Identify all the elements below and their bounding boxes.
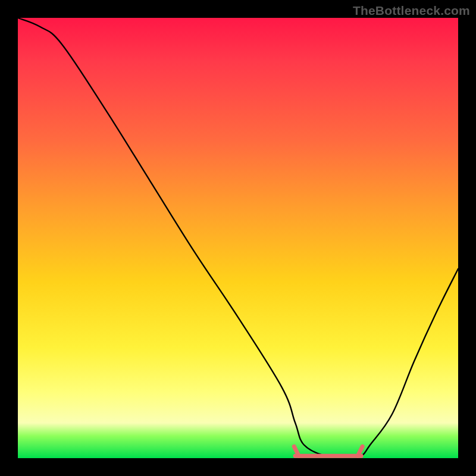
watermark-text: TheBottleneck.com [353, 4, 470, 18]
gradient-plot-area [18, 18, 458, 458]
bottleneck-curve [18, 18, 458, 457]
curve-layer [18, 18, 458, 458]
chart-stage: TheBottleneck.com [0, 0, 476, 476]
